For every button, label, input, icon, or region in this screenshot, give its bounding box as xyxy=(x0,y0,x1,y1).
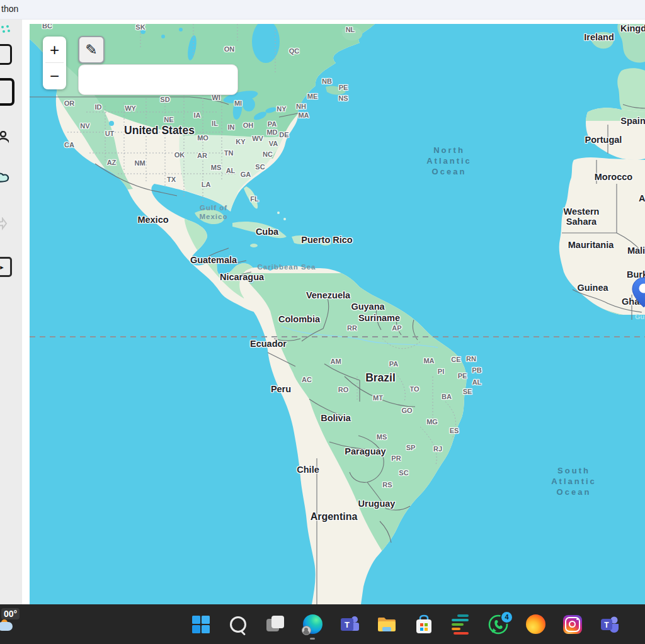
panel-outline-icon[interactable] xyxy=(0,44,12,65)
taskbar-icons: T xyxy=(190,604,620,644)
map-info-box[interactable] xyxy=(78,64,238,95)
search-button[interactable] xyxy=(227,614,249,635)
zoom-out-button[interactable]: − xyxy=(43,63,66,89)
file-explorer[interactable] xyxy=(376,614,397,635)
running-indicator xyxy=(310,638,315,640)
teams-classic-icon: T xyxy=(340,614,360,635)
run-panel-icon[interactable]: ▸ xyxy=(0,257,12,277)
lists-app[interactable] xyxy=(450,614,472,635)
pencil-icon: ✎ xyxy=(85,42,97,59)
edge-browser[interactable] xyxy=(302,614,323,635)
cloud-tool-icon[interactable] xyxy=(0,171,10,188)
svg-text:T: T xyxy=(345,620,350,630)
colored-lines-icon xyxy=(452,614,471,635)
teams-icon: T xyxy=(600,614,620,635)
app-logo-dots xyxy=(1,25,13,37)
firefox[interactable] xyxy=(525,614,546,635)
whatsapp[interactable]: 4 xyxy=(488,614,509,635)
search-icon xyxy=(230,616,246,633)
teams[interactable]: T xyxy=(599,614,620,635)
teams-classic[interactable]: T xyxy=(339,614,360,635)
share-arrow-icon[interactable] xyxy=(0,217,8,234)
store-icon xyxy=(414,614,434,635)
windows-taskbar: 00° T xyxy=(0,604,645,644)
notification-badge: 4 xyxy=(500,611,513,624)
start-button[interactable] xyxy=(190,614,212,635)
map-canvas[interactable]: United StatesMexicoCubaPuerto RicoGuatem… xyxy=(30,24,645,604)
instagram-icon xyxy=(563,615,582,634)
map-pin[interactable] xyxy=(632,277,645,308)
partly-cloudy-icon xyxy=(0,619,14,632)
zoom-in-button[interactable]: + xyxy=(43,37,66,62)
map-landmasses xyxy=(30,24,645,604)
draw-tool-button[interactable]: ✎ xyxy=(78,36,105,64)
instagram[interactable] xyxy=(562,614,583,635)
window-titlebar: thon xyxy=(0,0,645,20)
app-sidebar: ▸ xyxy=(0,19,22,604)
window-title: thon xyxy=(1,4,18,14)
window-outline-icon[interactable] xyxy=(0,78,14,106)
task-view-button[interactable] xyxy=(265,614,286,635)
user-icon[interactable] xyxy=(0,131,9,150)
firefox-icon xyxy=(526,614,545,634)
profile-avatar xyxy=(302,626,311,635)
svg-text:T: T xyxy=(604,621,609,630)
microsoft-store[interactable] xyxy=(413,614,435,635)
temperature-label: 00° xyxy=(1,608,20,619)
weather-widget[interactable]: 00° xyxy=(0,607,33,642)
zoom-control: + − xyxy=(43,37,66,89)
folder-icon xyxy=(377,614,397,635)
